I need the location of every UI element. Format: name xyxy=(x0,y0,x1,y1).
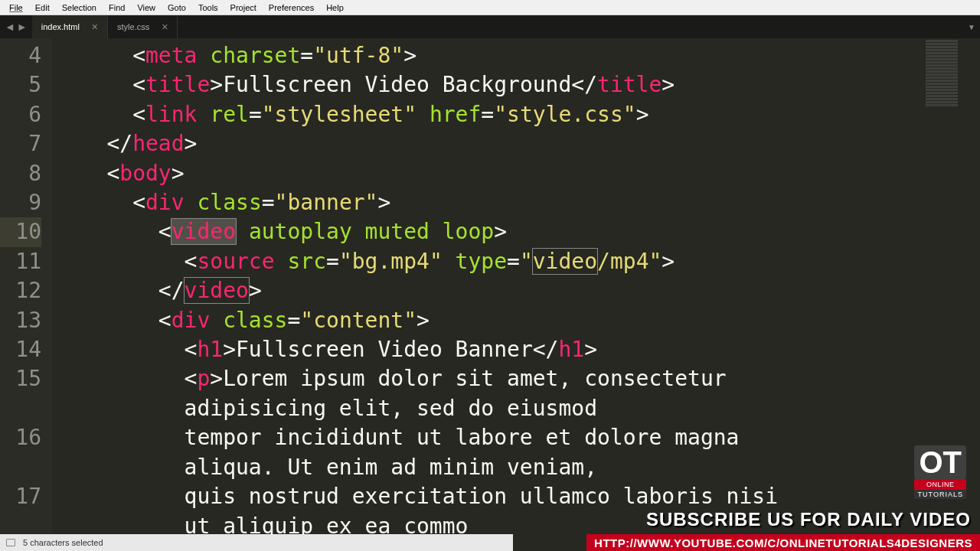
code-line: <title>Fullscreen Video Background</titl… xyxy=(55,70,980,99)
tab-nav-prev-icon[interactable]: ◄ xyxy=(5,21,15,33)
status-selection-text: 5 characters selected xyxy=(23,538,103,547)
menu-find[interactable]: Find xyxy=(103,2,131,14)
tab-nav-arrows: ◄ ► xyxy=(0,15,32,38)
line-number: 7 xyxy=(0,129,41,158)
tab-index-html[interactable]: index.html × xyxy=(32,15,108,38)
menu-selection[interactable]: Selection xyxy=(56,2,103,14)
code-line: aliqua. Ut enim ad minim veniam, xyxy=(55,453,980,482)
line-number: 14 xyxy=(0,335,41,364)
status-icon[interactable] xyxy=(6,539,15,546)
close-icon[interactable]: × xyxy=(92,21,98,33)
tab-label: index.html xyxy=(41,22,80,31)
menu-tools[interactable]: Tools xyxy=(192,2,224,14)
line-number: 4 xyxy=(0,41,41,70)
close-icon[interactable]: × xyxy=(162,21,168,33)
tab-bar: ◄ ► index.html × style.css × ▼ xyxy=(0,15,980,38)
code-line: <div class="content"> xyxy=(55,306,980,335)
line-number: 17 xyxy=(0,482,41,511)
line-number: 6 xyxy=(0,100,41,129)
line-number xyxy=(0,452,41,481)
menu-preferences[interactable]: Preferences xyxy=(263,2,320,14)
code-line: adipisicing elit, sed do eiusmod xyxy=(55,394,980,423)
editor-area: 4567891011121314151617 <meta charset="ut… xyxy=(0,38,980,536)
tab-style-css[interactable]: style.css × xyxy=(108,15,178,38)
menu-help[interactable]: Help xyxy=(320,2,350,14)
line-number: 16 xyxy=(0,423,41,452)
code-line: <p>Lorem ipsum dolor sit amet, consectet… xyxy=(55,364,980,393)
code-content[interactable]: <meta charset="utf-8"> <title>Fullscreen… xyxy=(52,38,980,536)
code-line: <video autoplay muted loop> xyxy=(55,217,980,246)
line-number: 9 xyxy=(0,188,41,217)
code-line: <div class="banner"> xyxy=(55,188,980,217)
minimap[interactable] xyxy=(920,40,974,124)
url-banner: HTTP://WWW.YOUTUBE.COM/C/ONLINETUTORIALS… xyxy=(586,534,980,551)
menu-file[interactable]: File xyxy=(3,2,29,14)
menu-view[interactable]: View xyxy=(131,2,162,14)
code-line: </head> xyxy=(55,129,980,158)
code-line: <meta charset="utf-8"> xyxy=(55,41,980,70)
line-number-gutter: 4567891011121314151617 xyxy=(0,38,52,536)
logo-text: OT xyxy=(914,445,966,479)
line-number: 11 xyxy=(0,247,41,276)
line-number: 5 xyxy=(0,70,41,99)
menu-project[interactable]: Project xyxy=(224,2,263,14)
menu-edit[interactable]: Edit xyxy=(29,2,56,14)
line-number: 12 xyxy=(0,276,41,305)
code-line: <link rel="stylesheet" href="style.css"> xyxy=(55,100,980,129)
code-line: <source src="bg.mp4" type="video/mp4"> xyxy=(55,247,980,276)
channel-logo: OT ONLINE TUTORIALS xyxy=(914,445,966,499)
status-bar: 5 characters selected xyxy=(0,534,513,551)
tab-label: style.css xyxy=(117,22,149,31)
logo-subtext-1: ONLINE xyxy=(914,479,966,490)
code-line: <h1>Fullscreen Video Banner</h1> xyxy=(55,335,980,364)
line-number: 10 xyxy=(0,217,41,246)
code-line: <body> xyxy=(55,159,980,188)
code-line: tempor incididunt ut labore et dolore ma… xyxy=(55,423,980,452)
selected-text: video xyxy=(172,219,236,244)
subscribe-banner: SUBSCRIBE US FOR DAILY VIDEO xyxy=(637,505,980,534)
line-number xyxy=(0,394,41,423)
line-number: 15 xyxy=(0,364,41,393)
menu-bar: File Edit Selection Find View Goto Tools… xyxy=(0,0,980,15)
tab-dropdown-icon[interactable]: ▼ xyxy=(968,23,975,31)
menu-goto[interactable]: Goto xyxy=(162,2,192,14)
logo-subtext-2: TUTORIALS xyxy=(914,490,966,499)
code-line: </video> xyxy=(55,276,980,305)
tab-nav-next-icon[interactable]: ► xyxy=(17,21,28,33)
line-number: 13 xyxy=(0,306,41,335)
line-number: 8 xyxy=(0,159,41,188)
